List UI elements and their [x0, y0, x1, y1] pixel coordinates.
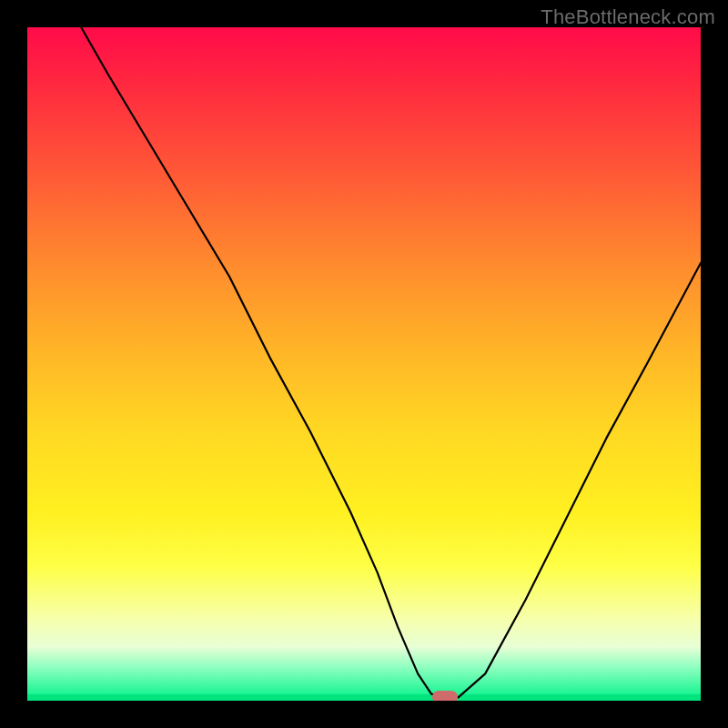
watermark-text: TheBottleneck.com — [541, 5, 715, 29]
chart-frame: TheBottleneck.com — [0, 0, 728, 728]
bottleneck-curve — [27, 27, 701, 701]
plot-area — [27, 27, 701, 701]
optimum-marker — [432, 691, 458, 701]
